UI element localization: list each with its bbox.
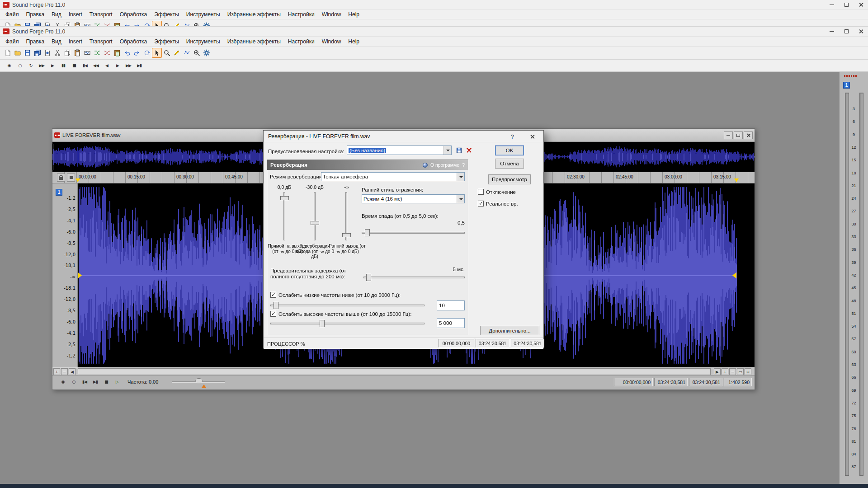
- mix-icon[interactable]: [92, 21, 102, 27]
- edit-tool-icon[interactable]: [152, 48, 162, 58]
- menu-item-8[interactable]: Избранные эффекты: [224, 10, 284, 19]
- help-icon[interactable]: ?: [462, 162, 465, 168]
- save-all-icon[interactable]: [33, 21, 42, 27]
- menu-item-11[interactable]: Help: [344, 10, 363, 19]
- preset-combobox[interactable]: (Без названия): [347, 145, 452, 155]
- bypass-checkbox[interactable]: Отключение: [478, 189, 516, 195]
- minimize-button[interactable]: [825, 27, 839, 36]
- decay-slider-thumb[interactable]: [365, 229, 370, 236]
- menu-item-8[interactable]: Избранные эффекты: [224, 38, 284, 46]
- save-all-icon[interactable]: [33, 48, 42, 58]
- menu-item-3[interactable]: Insert: [65, 38, 86, 46]
- low-cut-slider[interactable]: [270, 305, 425, 306]
- maximize-button[interactable]: [839, 27, 854, 36]
- open-icon[interactable]: [13, 48, 23, 58]
- forward-button[interactable]: ▶: [112, 61, 123, 70]
- go-to-end-button[interactable]: ▶▮: [134, 61, 145, 70]
- scroll-right-button[interactable]: ▶: [714, 368, 721, 375]
- preferences-icon[interactable]: [202, 48, 212, 58]
- menu-item-1[interactable]: Правка: [23, 38, 48, 46]
- menu-item-7[interactable]: Инструменты: [183, 38, 224, 46]
- redo-icon[interactable]: [132, 21, 142, 27]
- play-button[interactable]: ▷: [112, 378, 122, 386]
- go-to-start-button[interactable]: ▮◀: [80, 61, 90, 70]
- snap-icon[interactable]: [67, 174, 75, 182]
- special-paste-icon[interactable]: [112, 21, 122, 27]
- predelay-slider[interactable]: [363, 277, 465, 278]
- magnify-tool-icon[interactable]: [162, 21, 172, 27]
- zoom-tool-icon[interactable]: [192, 48, 202, 58]
- cancel-button[interactable]: Отмена: [495, 159, 524, 169]
- menu-item-4[interactable]: Transport: [86, 10, 116, 19]
- copy-icon[interactable]: [62, 48, 72, 58]
- previous-marker-button[interactable]: ◀◀: [90, 61, 101, 70]
- stop-button[interactable]: ■: [69, 61, 80, 70]
- mix-icon[interactable]: [92, 48, 102, 58]
- restart-button[interactable]: ↻: [25, 61, 36, 70]
- properties-icon[interactable]: [42, 21, 52, 27]
- vslider-thumb[interactable]: [280, 196, 289, 200]
- menu-item-2[interactable]: Вид: [48, 38, 65, 46]
- magnify-tool-icon[interactable]: [162, 48, 172, 58]
- outer-titlebar[interactable]: Sound Forge Pro 11.0: [0, 0, 868, 10]
- stop-button[interactable]: ■: [101, 378, 111, 386]
- special-paste-icon[interactable]: [112, 48, 122, 58]
- app-titlebar[interactable]: Sound Forge Pro 11.0: [0, 27, 868, 37]
- chevron-down-icon[interactable]: [457, 195, 464, 203]
- loop-end-marker[interactable]: [734, 178, 739, 182]
- vslider-thumb[interactable]: [311, 221, 319, 225]
- trim-icon[interactable]: [82, 21, 92, 27]
- realtime-checkbox[interactable]: Реальное вр.: [478, 201, 518, 206]
- save-preset-icon[interactable]: [455, 146, 463, 154]
- about-link[interactable]: О программе: [430, 162, 459, 168]
- chevron-down-icon[interactable]: [443, 146, 451, 155]
- properties-icon[interactable]: [42, 48, 52, 58]
- rewind-button[interactable]: ◀: [101, 61, 112, 70]
- menu-item-0[interactable]: Файл: [2, 38, 23, 46]
- menu-item-0[interactable]: Файл: [2, 10, 23, 19]
- menu-item-10[interactable]: Window: [318, 38, 345, 46]
- new-file-icon[interactable]: [3, 21, 13, 27]
- repeat-icon[interactable]: [142, 21, 152, 27]
- menu-item-6[interactable]: Эффекты: [151, 10, 183, 19]
- menu-item-5[interactable]: Обработка: [116, 38, 151, 46]
- ok-button[interactable]: OK: [495, 145, 524, 155]
- zoom-tool-icon[interactable]: [192, 21, 202, 27]
- zoom-out-time-button[interactable]: −: [729, 368, 736, 375]
- cut-icon[interactable]: [52, 48, 62, 58]
- menu-item-5[interactable]: Обработка: [116, 10, 151, 19]
- envelope-tool-icon[interactable]: [182, 21, 192, 27]
- high-cut-slider[interactable]: [270, 323, 425, 324]
- menu-item-9[interactable]: Настройки: [284, 38, 318, 46]
- dialog-close-button[interactable]: [526, 132, 538, 141]
- dialog-help-button[interactable]: ?: [506, 132, 519, 141]
- taskbar-strip[interactable]: [0, 484, 868, 488]
- play-all-button[interactable]: ▶▶: [36, 61, 47, 70]
- undo-icon[interactable]: [122, 21, 132, 27]
- vslider-thumb[interactable]: [342, 233, 351, 237]
- zoom-overview-button[interactable]: ↔: [745, 368, 751, 375]
- menu-item-4[interactable]: Transport: [86, 38, 116, 46]
- undo-icon[interactable]: [122, 48, 132, 58]
- menu-item-11[interactable]: Help: [344, 38, 363, 46]
- go-to-start-button[interactable]: ▮◀: [80, 378, 90, 386]
- maximize-button[interactable]: [839, 0, 854, 9]
- more-button[interactable]: Дополнительно...: [480, 326, 539, 335]
- edit-tool-icon[interactable]: [152, 21, 162, 27]
- high-cut-input[interactable]: 5 000: [437, 318, 465, 328]
- menu-item-1[interactable]: Правка: [23, 10, 48, 19]
- high-cut-checkbox[interactable]: Ослабить высокие частоты выше (от 100 до…: [270, 311, 411, 317]
- loop-playback-button[interactable]: ○: [14, 61, 25, 70]
- menu-item-10[interactable]: Window: [318, 10, 345, 19]
- loop-playback-button[interactable]: ○: [69, 378, 79, 386]
- record-button[interactable]: ◉: [4, 61, 14, 70]
- record-button[interactable]: ◉: [58, 378, 68, 386]
- chevron-down-icon[interactable]: [457, 173, 464, 181]
- redo-icon[interactable]: [132, 48, 142, 58]
- high-cut-slider-thumb[interactable]: [320, 320, 325, 327]
- menu-item-2[interactable]: Вид: [48, 10, 65, 19]
- lock-icon[interactable]: [57, 174, 65, 182]
- cut-icon[interactable]: [52, 21, 62, 27]
- about-icon[interactable]: [423, 163, 428, 168]
- save-icon[interactable]: [23, 48, 33, 58]
